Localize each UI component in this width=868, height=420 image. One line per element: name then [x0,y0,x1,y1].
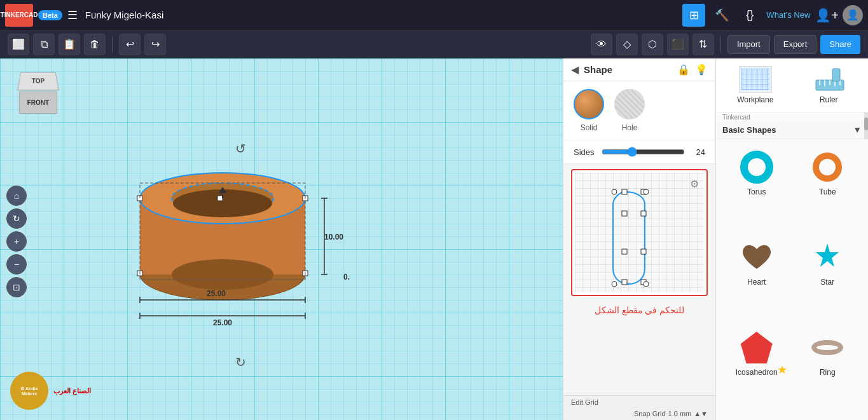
rotate-arrow-bottom[interactable]: ↻ [235,355,246,370]
shapes-grid: Torus Tube Heart [716,139,868,420]
dropdown-arrow-icon[interactable]: ▼ [853,125,862,135]
toolbar-right: 👁 ◇ ⬡ ⬛ ⇅ Import Export Share [591,34,860,55]
new-button[interactable]: ⬜ [8,34,29,55]
tube-label: Tube [819,187,836,196]
view-btn-2[interactable]: ◇ [616,34,638,55]
cross-section-svg [594,186,677,287]
user-avatar[interactable]: 👤 [843,5,863,25]
whats-new-button[interactable]: What's New [766,10,810,20]
snap-grid-label: Snap Grid [634,410,666,417]
workplane-button[interactable]: Workplane [721,66,790,104]
ring-image [809,330,845,365]
grid-view-button[interactable]: ⊞ [682,4,705,27]
sides-row: Sides 24 [563,140,715,164]
sides-label: Sides [574,147,596,157]
cube-top-face[interactable]: TOP [17,72,59,90]
svg-text:10.00: 10.00 [324,233,343,241]
workplane-grid [741,69,769,90]
ring-shape [811,340,843,355]
add-user-icon[interactable]: 👤+ [815,8,839,23]
import-button[interactable]: Import [727,35,770,54]
cs-gear-button[interactable]: ⚙ [690,178,699,190]
paste-button[interactable]: 📋 [59,34,80,55]
view-cube[interactable]: TOP FRONT [13,71,64,128]
torus-image [739,149,775,185]
ruler-label: Ruler [820,95,838,104]
light-icon-button[interactable]: 💡 [695,64,708,76]
user-section: 👤+ 👤 [815,5,863,25]
shape-item-icosahedron[interactable]: Icosahedron ★ [721,325,792,415]
tube-image [809,149,845,185]
export-button[interactable]: Export [774,35,817,54]
cube-front-face[interactable]: FRONT [19,91,57,114]
delete-button[interactable]: 🗑 [84,34,106,55]
svg-rect-7 [217,196,223,201]
cross-section-box[interactable]: ⚙ [571,169,708,296]
view-btn-1[interactable]: 👁 [591,34,612,55]
svg-rect-27 [622,189,627,194]
snap-arrow-icon[interactable]: ▲▼ [694,410,708,417]
code-button[interactable]: {} [738,4,761,27]
svg-text:0.00: 0.00 [343,273,350,281]
star-image [809,240,845,275]
toolbar-separator [112,36,113,53]
shape-panel-header: ◀ Shape 🔒 💡 [563,58,715,81]
heart-svg [740,242,773,273]
tube-shape [813,152,842,182]
hammer-button[interactable]: 🔨 [710,4,733,27]
scroll-thumb[interactable] [864,118,868,130]
viewport[interactable]: TOP FRONT ⌂ ↻ + − ⊡ ↺ ↻ [0,58,563,420]
shape-item-ring[interactable]: Ring [792,325,864,415]
svg-rect-32 [641,249,646,254]
svg-text:25.00: 25.00 [213,318,232,325]
scroll-indicator [864,112,868,139]
edit-grid-row: Edit Grid [563,395,715,409]
menu-icon[interactable]: ☰ [67,8,78,22]
hole-label: Hole [622,123,638,132]
home-nav-button[interactable]: ⌂ [6,186,27,206]
view-btn-3[interactable]: ⬡ [642,34,663,55]
undo-button[interactable]: ↩ [119,34,141,55]
shape-item-tube[interactable]: Tube [792,144,864,234]
sides-value: 24 [690,147,705,157]
project-title[interactable]: Funky Migelo-Kasi [85,10,163,20]
fit-button[interactable]: ⊡ [6,277,27,297]
toolbar: ⬜ ⧉ 📋 🗑 ↩ ↪ 👁 ◇ ⬡ ⬛ ⇅ Import Export Shar… [0,30,868,58]
heart-image [739,240,775,275]
ruler-button[interactable]: Ruler [795,66,864,104]
zoom-out-button[interactable]: − [6,254,27,274]
svg-rect-29 [622,211,627,216]
ico-shape [741,332,773,363]
ruler-icon [812,66,845,93]
shape-item-torus[interactable]: Torus [721,144,792,234]
shape-item-star[interactable]: Star [792,234,864,325]
workplane-icon [739,66,772,93]
basic-shapes-label: Basic Shapes [722,125,850,135]
sides-slider[interactable] [602,147,685,157]
redo-button[interactable]: ↪ [144,34,166,55]
section-chevron[interactable]: ❯ [561,233,563,247]
star-label: Star [820,278,834,287]
tinkercad-logo: TIN KER CAD [5,4,33,27]
hole-button[interactable]: Hole [614,89,645,132]
copy-button[interactable]: ⧉ [33,34,55,55]
svg-rect-31 [622,249,627,254]
shape-panel-title: Shape [584,64,672,75]
svg-rect-30 [641,211,646,216]
share-button[interactable]: Share [820,35,860,54]
solid-button[interactable]: Solid [574,89,604,132]
collapse-button[interactable]: ◀ [571,64,579,76]
rotate-nav-button[interactable]: ↻ [6,208,27,229]
svg-point-37 [612,281,617,287]
zoom-in-button[interactable]: + [6,231,27,252]
view-btn-4[interactable]: ⬛ [667,34,689,55]
view-btn-5[interactable]: ⇅ [692,34,714,55]
rotate-arrow-top[interactable]: ↺ [235,141,246,156]
nav-buttons: ⌂ ↻ + − ⊡ [6,186,27,297]
top-bar-icons: ⊞ 🔨 {} What's New [682,4,810,27]
lock-icon-button[interactable]: 🔒 [677,64,690,76]
snap-grid-value: 1.0 mm [668,410,692,417]
favorite-star-icon[interactable]: ★ [777,363,787,377]
cross-section-grid: ⚙ [575,173,704,292]
shape-item-heart[interactable]: Heart [721,234,792,325]
